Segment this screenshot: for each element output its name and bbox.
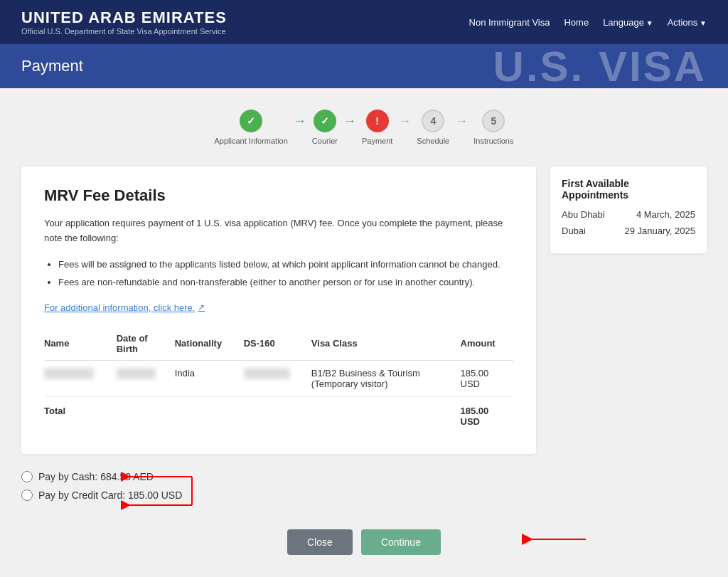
continue-button[interactable]: Continue [361,529,441,555]
step-payment: ! Payment [362,110,392,145]
header-nav: Non Immigrant Visa Home Language Actions [469,17,707,28]
page-title-bar: Payment U.S. VISA [0,44,728,88]
total-amount: 185.00USD [461,396,513,434]
header-title: United Arab Emirates [21,9,227,27]
cell-dob [117,360,175,396]
main-content: ✓ Applicant Information → ✓ Courier → ! … [0,88,728,576]
header-subtitle: Official U.S. Department of State Visa A… [21,27,227,36]
bullet-1: Fees will be assigned to the applicants … [58,258,513,272]
cell-visa-class: B1/B2 Business & Tourism(Temporary visit… [311,360,461,396]
col-name: Name [44,327,117,361]
total-empty-4 [311,396,461,434]
appointments-box: First Available Appointments Abu Dhabi 4… [550,166,707,253]
step-courier: ✓ Courier [312,110,338,145]
step-label-payment: Payment [362,137,392,145]
step-label-instructions: Instructions [473,137,513,145]
arrow-3: → [398,114,411,129]
cell-name [44,360,117,396]
city-abu-dhabi: Abu Dhabi [562,209,605,220]
cell-amount: 185.00USD [461,360,513,396]
step-instructions: 5 Instructions [473,110,513,145]
total-label: Total [44,396,117,434]
non-immigrant-visa-link[interactable]: Non Immigrant Visa [469,17,550,28]
radio-pay-card[interactable] [21,489,33,501]
step-circle-courier: ✓ [314,110,336,132]
total-empty-1 [117,396,175,434]
step-circle-schedule: 4 [422,110,444,132]
cell-ds160 [244,360,311,396]
col-nationality: Nationality [175,327,244,361]
step-label-courier: Courier [312,137,338,145]
col-visa-class: Visa Class [311,327,461,361]
close-button[interactable]: Close [287,529,353,555]
header-left: United Arab Emirates Official U.S. Depar… [21,9,227,36]
header: United Arab Emirates Official U.S. Depar… [0,0,728,44]
arrow-2: → [343,114,356,129]
fee-table: Name Date ofBirth Nationality DS-160 Vis… [44,327,513,434]
mrv-card-title: MRV Fee Details [44,186,513,205]
step-label-schedule: Schedule [417,137,449,145]
mrv-bullets: Fees will be assigned to the applicants … [58,258,513,290]
total-empty-2 [175,396,244,434]
bullet-2: Fees are non-refundable and non-transfer… [58,275,513,290]
date-dubai: 29 January, 2025 [625,226,696,236]
appointment-abu-dhabi: Abu Dhabi 4 March, 2025 [562,209,695,220]
step-circle-payment: ! [366,110,389,132]
payment-options: Pay by Cash: 684.50 AED Pay by Credit Ca… [21,471,707,501]
col-ds160: DS-160 [244,327,311,361]
payment-option-cash[interactable]: Pay by Cash: 684.50 AED [21,471,707,482]
mrv-fee-card: MRV Fee Details Your application require… [21,166,536,454]
step-label-applicant: Applicant Information [215,137,288,145]
date-abu-dhabi: 4 March, 2025 [636,209,695,220]
step-circle-applicant: ✓ [240,110,262,132]
step-schedule: 4 Schedule [417,110,449,145]
home-link[interactable]: Home [564,17,589,28]
radio-pay-cash[interactable] [21,471,33,482]
bottom-bar: Close Continue [21,529,707,555]
col-dob: Date ofBirth [117,327,175,361]
total-empty-3 [244,396,311,434]
step-applicant-information: ✓ Applicant Information [215,110,288,145]
actions-link[interactable]: Actions [668,17,707,28]
arrow-4: → [455,114,468,129]
appointment-dubai: Dubai 29 January, 2025 [562,226,695,236]
page-title: Payment [21,57,707,75]
progress-stepper: ✓ Applicant Information → ✓ Courier → ! … [21,110,707,145]
additional-info-link[interactable]: For additional information, click here. [44,302,205,313]
label-pay-card[interactable]: Pay by Credit Card: 185.00 USD [38,489,182,501]
cell-nationality: India [175,360,244,396]
content-layout: MRV Fee Details Your application require… [21,166,707,454]
arrow-1: → [294,114,306,129]
language-link[interactable]: Language [603,17,653,28]
step-circle-instructions: 5 [482,110,505,132]
table-row: India B1/B2 Business & Tourism(Temporary… [44,360,513,396]
city-dubai: Dubai [562,226,586,236]
payment-option-card[interactable]: Pay by Credit Card: 185.00 USD [21,489,707,501]
sidebar: First Available Appointments Abu Dhabi 4… [550,166,707,454]
col-amount: Amount [461,327,513,361]
mrv-description: Your application requires payment of 1 U… [44,216,513,246]
appointments-title: First Available Appointments [562,178,695,201]
label-pay-cash[interactable]: Pay by Cash: 684.50 AED [38,471,154,482]
total-row: Total 185.00USD [44,396,513,434]
